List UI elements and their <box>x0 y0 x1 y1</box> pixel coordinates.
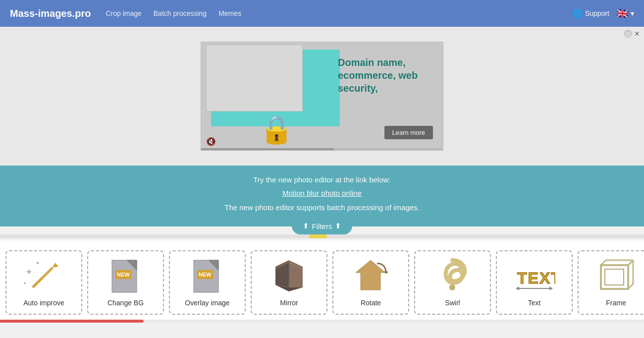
ad-area: ⓘ ✕ 🔒 Domain name, ecommerce, web securi… <box>0 27 644 166</box>
svg-marker-27 <box>549 286 553 290</box>
flag-icon: 🇬🇧 <box>616 7 629 19</box>
svg-text:✦: ✦ <box>35 260 40 267</box>
tool-change-bg[interactable]: NEW Change BG <box>87 250 164 315</box>
svg-text:✦: ✦ <box>23 281 27 286</box>
tool-overlay-image[interactable]: NEW Overlay image <box>169 250 246 315</box>
tool-frame[interactable]: Frame <box>578 250 644 315</box>
text-icon: TEXT <box>512 256 557 296</box>
text-label: Text <box>528 299 541 307</box>
mirror-icon <box>267 256 312 296</box>
filters-arrow-right: ⬆ <box>335 222 341 230</box>
rotate-icon <box>349 256 393 296</box>
tool-auto-improve[interactable]: ✦ ✦ ✦ Auto improve <box>5 250 82 315</box>
tools-section: ✦ ✦ ✦ Auto improve NEW Chang <box>0 240 644 320</box>
nav-batch[interactable]: Batch processing <box>154 9 207 17</box>
svg-line-5 <box>32 267 54 286</box>
tool-swirl[interactable]: Swirl <box>414 250 491 315</box>
swirl-icon <box>430 256 475 296</box>
bottom-scroll-fill <box>0 320 144 323</box>
brand-logo[interactable]: Mass-images.pro <box>10 8 91 19</box>
ad-headline: Domain name, ecommerce, web security, <box>338 56 437 95</box>
svg-text:TEXT: TEXT <box>517 269 555 287</box>
frame-icon <box>594 256 639 296</box>
ad-text: Domain name, ecommerce, web security, <box>338 56 437 95</box>
ad-info: ⓘ ✕ <box>624 30 640 38</box>
rotate-label: Rotate <box>361 299 381 307</box>
bottom-scrollbar[interactable] <box>0 320 644 323</box>
nav-links: Crop image Batch processing Memes <box>106 9 573 17</box>
svg-text:NEW: NEW <box>199 272 212 278</box>
ad-lock-icon: 🔒 <box>260 116 294 143</box>
auto-improve-icon: ✦ ✦ ✦ <box>22 256 66 296</box>
frame-label: Frame <box>606 299 626 307</box>
promo-line1: Try the new photo editor at the link bel… <box>10 175 634 184</box>
promo-link[interactable]: Motion blur photo online <box>10 189 634 197</box>
language-selector[interactable]: 🇬🇧 ▾ <box>616 7 634 19</box>
svg-point-23 <box>449 284 455 290</box>
filters-row: ⬆ Filters ⬆ <box>0 218 644 234</box>
ad-banner: 🔒 Domain name, ecommerce, web security, … <box>201 42 443 151</box>
horizontal-scrollbar[interactable] <box>0 234 644 238</box>
promo-line2: The new photo editor supports batch proc… <box>10 203 634 212</box>
ad-mute-icon: 🔇 <box>206 137 216 146</box>
svg-text:✦: ✦ <box>25 267 33 277</box>
navbar-right: 🌐 Support 🇬🇧 ▾ <box>573 7 634 19</box>
tool-mirror[interactable]: Mirror <box>251 250 327 315</box>
change-bg-label: Change BG <box>107 299 144 307</box>
svg-marker-22 <box>385 270 388 274</box>
globe-icon: 🌐 <box>573 9 583 18</box>
filters-button[interactable]: ⬆ Filters ⬆ <box>292 218 353 234</box>
change-bg-icon: NEW <box>104 256 148 296</box>
ad-card <box>206 45 303 112</box>
mirror-label: Mirror <box>280 299 298 307</box>
overlay-image-icon: NEW <box>185 256 230 296</box>
svg-text:NEW: NEW <box>117 272 130 278</box>
chevron-icon: ▾ <box>631 9 634 17</box>
ad-info-icon[interactable]: ⓘ <box>624 30 632 38</box>
ad-progress-bar <box>201 148 443 150</box>
tool-rotate[interactable]: Rotate <box>332 250 409 315</box>
ad-progress-fill <box>201 148 334 150</box>
ad-inner: 🔒 Domain name, ecommerce, web security, … <box>201 42 443 150</box>
tools-grid: ✦ ✦ ✦ Auto improve NEW Chang <box>0 245 644 320</box>
support-button[interactable]: 🌐 Support <box>573 9 609 18</box>
filters-arrow-left: ⬆ <box>303 222 309 230</box>
swirl-label: Swirl <box>445 299 460 307</box>
support-label: Support <box>585 9 609 17</box>
nav-memes[interactable]: Memes <box>218 9 241 17</box>
auto-improve-label: Auto improve <box>23 299 64 307</box>
svg-marker-26 <box>516 286 519 290</box>
filters-label: Filters <box>312 222 332 230</box>
svg-rect-35 <box>605 269 624 285</box>
scroll-thumb[interactable] <box>309 234 327 238</box>
navbar: Mass-images.pro Crop image Batch process… <box>0 0 644 27</box>
overlay-image-label: Overlay image <box>185 299 229 307</box>
ad-learn-more-button[interactable]: Learn more <box>384 126 433 139</box>
ad-close-icon[interactable]: ✕ <box>634 30 640 38</box>
nav-crop[interactable]: Crop image <box>106 9 141 17</box>
tool-text[interactable]: TEXT Text <box>496 250 573 315</box>
